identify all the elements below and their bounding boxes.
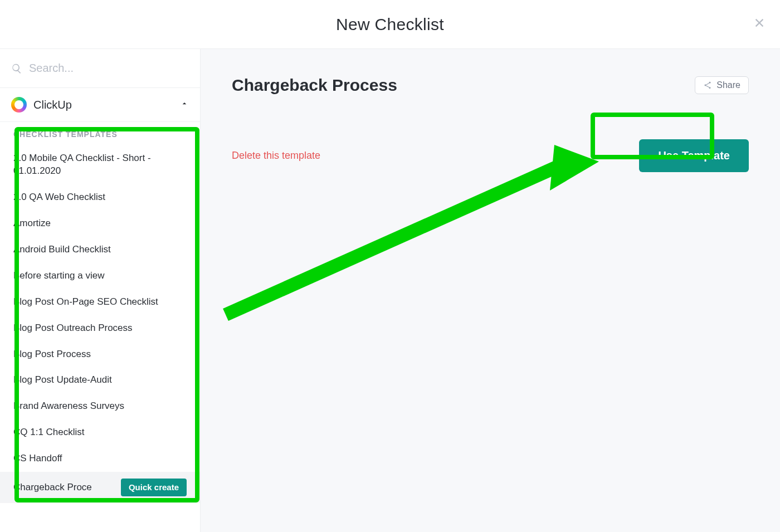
template-item[interactable]: CS Handoff bbox=[0, 446, 200, 472]
template-item-label: Android Build Checklist bbox=[13, 243, 187, 256]
workspace-toggle[interactable]: ClickUp bbox=[0, 88, 200, 122]
chevron-up-icon bbox=[180, 99, 189, 110]
svg-point-2 bbox=[709, 87, 711, 89]
template-item[interactable]: Blog Post On-Page SEO Checklist bbox=[0, 289, 200, 315]
template-item[interactable]: Android Build Checklist bbox=[0, 237, 200, 263]
template-item-label: Blog Post Outreach Process bbox=[13, 322, 187, 335]
modal-title: New Checklist bbox=[336, 15, 444, 34]
template-item[interactable]: Brand Awareness Surveys bbox=[0, 393, 200, 419]
template-item-label: CS Handoff bbox=[13, 452, 187, 465]
share-icon bbox=[703, 81, 712, 90]
templates-heading: CHECKLIST TEMPLATES bbox=[0, 122, 200, 145]
use-template-button[interactable]: Use Template bbox=[639, 139, 749, 172]
svg-point-1 bbox=[705, 85, 706, 86]
main-panel: Chargeback Process Share Delete this tem… bbox=[201, 49, 780, 532]
new-checklist-modal: New Checklist ClickUp CHECKLIST TEMPLATE… bbox=[0, 0, 780, 532]
template-item[interactable]: Blog Post Process bbox=[0, 341, 200, 368]
template-item[interactable]: 2.0 QA Web Checklist bbox=[0, 184, 200, 211]
share-label: Share bbox=[716, 80, 740, 90]
template-item-label: Amortize bbox=[13, 217, 187, 230]
svg-point-0 bbox=[709, 82, 711, 84]
quick-create-button[interactable]: Quick create bbox=[121, 479, 187, 496]
template-list: 2.0 Mobile QA Checklist - Short - 01.01.… bbox=[0, 145, 200, 503]
modal-body: ClickUp CHECKLIST TEMPLATES 2.0 Mobile Q… bbox=[0, 49, 780, 532]
workspace-name: ClickUp bbox=[33, 99, 173, 111]
template-item[interactable]: CQ 1:1 Checklist bbox=[0, 419, 200, 446]
template-item[interactable]: Chargeback ProceQuick create bbox=[0, 472, 200, 503]
template-item-label: 2.0 QA Web Checklist bbox=[13, 191, 187, 204]
delete-template-link[interactable]: Delete this template bbox=[232, 150, 320, 162]
template-item-label: CQ 1:1 Checklist bbox=[13, 426, 187, 439]
title-row: Chargeback Process Share bbox=[232, 76, 749, 95]
modal-header: New Checklist bbox=[0, 0, 780, 49]
search-icon bbox=[11, 63, 22, 74]
actions-row: Delete this template Use Template bbox=[232, 139, 749, 172]
template-item-label: Blog Post Update-Audit bbox=[13, 374, 187, 387]
close-button[interactable] bbox=[753, 17, 766, 31]
template-item[interactable]: Blog Post Outreach Process bbox=[0, 315, 200, 341]
search-row bbox=[0, 49, 200, 88]
sidebar: ClickUp CHECKLIST TEMPLATES 2.0 Mobile Q… bbox=[0, 49, 201, 532]
close-icon bbox=[753, 17, 766, 29]
template-item[interactable]: Blog Post Update-Audit bbox=[0, 367, 200, 393]
clickup-logo-icon bbox=[11, 97, 27, 113]
template-item-label: Blog Post On-Page SEO Checklist bbox=[13, 296, 187, 309]
template-item[interactable]: Amortize bbox=[0, 211, 200, 237]
template-item-label: 2.0 Mobile QA Checklist - Short - 01.01.… bbox=[13, 152, 187, 178]
share-button[interactable]: Share bbox=[695, 76, 749, 94]
search-input[interactable] bbox=[29, 62, 189, 75]
template-item-label: Brand Awareness Surveys bbox=[13, 400, 187, 413]
template-item[interactable]: 2.0 Mobile QA Checklist - Short - 01.01.… bbox=[0, 145, 200, 184]
template-item-label: Before starting a view bbox=[13, 270, 187, 282]
templates-section: CHECKLIST TEMPLATES 2.0 Mobile QA Checkl… bbox=[0, 122, 200, 532]
template-item-label: Chargeback Proce bbox=[13, 481, 116, 494]
template-title: Chargeback Process bbox=[232, 76, 397, 95]
template-item-label: Blog Post Process bbox=[13, 348, 187, 361]
template-item[interactable]: Before starting a view bbox=[0, 263, 200, 289]
